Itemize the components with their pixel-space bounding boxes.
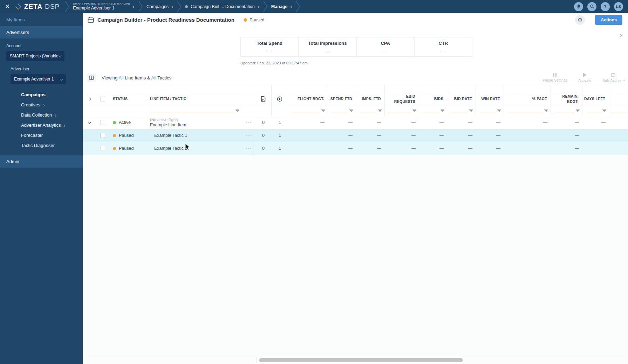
- column-header-status[interactable]: STATUS: [109, 93, 149, 105]
- tactic-name[interactable]: Example Tactic 2: [154, 146, 187, 151]
- filter-bids[interactable]: [419, 105, 447, 116]
- filter-imps-ftd[interactable]: [356, 105, 385, 116]
- column-header-imps-ftd[interactable]: IMPS. FTD: [356, 93, 385, 105]
- column-header-bids[interactable]: BIDS: [419, 93, 447, 105]
- all-line-items-link[interactable]: All: [118, 75, 123, 80]
- filter-extra[interactable]: [609, 105, 628, 116]
- sidebar-item-tactic-diagnoser[interactable]: Tactic Diagnoser: [21, 140, 76, 150]
- column-header-days-left[interactable]: DAYS LEFT: [582, 93, 609, 105]
- all-tactics-link[interactable]: All: [151, 75, 156, 80]
- chevron-right-icon: ›: [63, 123, 65, 128]
- main-content: Campaign Builder - Product Readiness Doc…: [83, 13, 628, 364]
- table-row-tactic-2[interactable]: Paused Example Tactic 2 0 1 — — — — — — …: [83, 142, 628, 155]
- column-header-tactics[interactable]: [272, 93, 288, 105]
- filter-spend-ftd[interactable]: [328, 105, 356, 116]
- advertiser-select[interactable]: Example Advertiser 1: [11, 74, 66, 84]
- status-cell: Paused: [109, 142, 149, 155]
- nav-label: Forecaster: [21, 133, 43, 138]
- select-all-checkbox[interactable]: [100, 97, 105, 102]
- column-header-ebid-requests[interactable]: EBID REQUESTS: [385, 93, 419, 105]
- zeta-dsp-logo[interactable]: ZETA DSP: [15, 3, 64, 10]
- collapse-row-button[interactable]: [83, 116, 97, 129]
- row-checkbox[interactable]: [100, 133, 105, 138]
- settings-button[interactable]: ⚙: [575, 15, 585, 25]
- column-header-creatives[interactable]: [255, 93, 272, 105]
- chevron-right-icon[interactable]: ›: [290, 4, 292, 9]
- search-button[interactable]: [587, 2, 596, 11]
- filter-icon: [378, 108, 382, 112]
- pause-settings-button[interactable]: Pause Settings: [542, 73, 567, 82]
- more-options-icon: [246, 148, 251, 149]
- sidebar-item-data-collection[interactable]: Data Collection ›: [21, 110, 76, 120]
- tactic-name-cell[interactable]: Example Tactic 2: [149, 142, 242, 155]
- activate-button[interactable]: Activate: [575, 73, 595, 83]
- horizontal-scrollbar[interactable]: [83, 356, 628, 364]
- bulk-action-button[interactable]: Bulk Action: [602, 73, 624, 83]
- column-header-remain-bdgt[interactable]: REMAIN. BDGT.: [551, 93, 582, 105]
- breadcrumb-campaigns[interactable]: Campaigns ›: [143, 0, 177, 13]
- sidebar-item-forecaster[interactable]: Forecaster: [21, 130, 76, 140]
- column-header-flight-bdgt[interactable]: FLIGHT BDGT.: [288, 93, 328, 105]
- filter-remain-bdgt[interactable]: [551, 105, 582, 116]
- filter-line-item[interactable]: [149, 105, 242, 116]
- pause-settings-label: Pause Settings: [542, 78, 567, 82]
- table-row-line-item[interactable]: Active (No active flight) Example Line I…: [83, 116, 628, 129]
- filter-win-rate[interactable]: [476, 105, 504, 116]
- expand-all-button[interactable]: [83, 93, 97, 105]
- summary-close-icon[interactable]: ✕: [619, 33, 623, 38]
- column-header-spend-ftd[interactable]: SPEND FTD: [328, 93, 356, 105]
- viewing-mid: Line Items &: [124, 75, 151, 80]
- row-menu-button[interactable]: [242, 129, 255, 142]
- flight-bdgt-value: [288, 142, 328, 155]
- user-avatar[interactable]: L&: [614, 2, 623, 11]
- filter-ebid-requests[interactable]: [385, 105, 419, 116]
- sidebar-item-advertiser-analytics[interactable]: Advertiser Analytics ›: [21, 120, 76, 130]
- filter-days-left[interactable]: [582, 105, 609, 116]
- column-header-win-rate[interactable]: WIN RATE: [476, 93, 504, 105]
- line-item-name-cell[interactable]: (No active flight) Example Line Item: [149, 116, 242, 129]
- nav-label: Data Collection: [21, 112, 52, 118]
- column-settings-button[interactable]: [87, 74, 96, 82]
- filter-icon: [412, 108, 417, 112]
- horizontal-scrollbar-thumb[interactable]: [259, 358, 463, 362]
- imps-ftd-value: —: [356, 142, 385, 155]
- column-header-line-item[interactable]: LINE ITEM / TACTIC: [149, 93, 242, 105]
- pct-pace-value: [504, 129, 551, 142]
- sidebar-item-my-items[interactable]: My Items: [0, 13, 83, 26]
- active-dot: [113, 121, 116, 124]
- line-item-name[interactable]: Example Line Item: [150, 122, 186, 128]
- notifications-button[interactable]: [574, 2, 583, 11]
- breadcrumb-account[interactable]: SMART PROJECTS (VARIABLE MARGIN) Example…: [69, 0, 138, 13]
- account-label: Account: [6, 43, 76, 48]
- sidebar-item-creatives[interactable]: Creatives ›: [21, 100, 76, 110]
- filter-bid-rate[interactable]: [447, 105, 476, 116]
- row-menu-button[interactable]: [242, 116, 255, 129]
- filter-flight-bdgt[interactable]: [288, 105, 328, 116]
- row-checkbox[interactable]: [100, 146, 105, 151]
- sidebar-item-advertisers[interactable]: Advertisers: [0, 26, 83, 38]
- row-menu-button[interactable]: [242, 142, 255, 155]
- actions-button[interactable]: Actions: [595, 15, 622, 25]
- tactic-name[interactable]: Example Tactic 1: [154, 133, 187, 138]
- chevron-right-icon[interactable]: ›: [133, 4, 135, 9]
- updated-timestamp: Updated: Feb. 22, 2023 at 09:17:47 am.: [240, 61, 628, 65]
- breadcrumb-manage[interactable]: Manage ›: [268, 0, 296, 13]
- zeta-diamond-icon: [15, 3, 22, 10]
- table-row-tactic-1[interactable]: Paused Example Tactic 1 0 1 — — — — — — …: [83, 129, 628, 142]
- chevron-right-icon[interactable]: ›: [258, 4, 259, 9]
- row-checkbox[interactable]: [100, 120, 105, 125]
- column-header-bid-rate[interactable]: BID RATE: [447, 93, 476, 105]
- breadcrumb-campaign[interactable]: Campaign Buil ... Documentation ›: [182, 0, 263, 13]
- chevron-right-icon[interactable]: ›: [171, 4, 173, 9]
- close-icon[interactable]: ✕: [0, 0, 15, 13]
- bulk-action-label: Bulk Action: [602, 78, 621, 83]
- win-rate-value: —: [476, 129, 504, 142]
- sidebar-item-admin[interactable]: Admin: [0, 155, 83, 168]
- column-header-pct-pace[interactable]: % PACE: [504, 93, 551, 105]
- imps-ftd-value: —: [356, 116, 385, 129]
- tactic-name-cell[interactable]: Example Tactic 1: [149, 129, 242, 142]
- help-button[interactable]: ?: [601, 2, 610, 11]
- filter-pct-pace[interactable]: [504, 105, 551, 116]
- sidebar-item-campaigns[interactable]: Campaigns: [21, 90, 76, 100]
- account-select[interactable]: SMART Projects (Variable M...: [6, 51, 64, 61]
